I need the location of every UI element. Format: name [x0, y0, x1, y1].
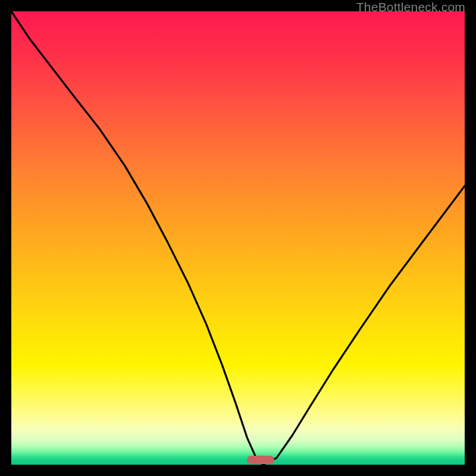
bottleneck-curve: [11, 11, 465, 465]
curve-layer: [11, 11, 465, 465]
chart-stage: TheBottleneck.com: [0, 0, 476, 476]
optimal-marker: [247, 456, 274, 464]
plot-area: [11, 11, 465, 465]
watermark-text: TheBottleneck.com: [356, 0, 465, 14]
